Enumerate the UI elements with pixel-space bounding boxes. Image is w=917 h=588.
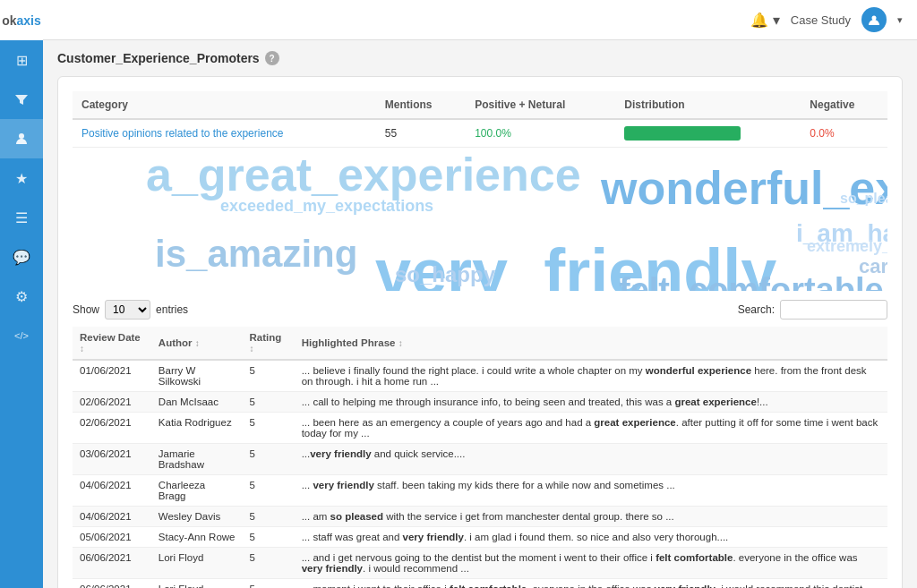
svg-point-0 [19, 133, 24, 139]
distribution-bar [624, 126, 741, 141]
table-row: 06/06/2021 Lori Floyd 5 ... and i get ne… [73, 548, 887, 579]
show-entries: Show 10 25 50 100 entries [73, 300, 188, 320]
cell-rating: 5 [242, 527, 294, 548]
star-icon[interactable]: ★ [0, 158, 43, 198]
wordcloud: a_great_experiencewonderful_experienceex… [73, 148, 887, 291]
col-distribution: Distribution [615, 91, 801, 119]
col-category: Category [73, 91, 376, 119]
category-table: Category Mentions Positive + Netural Dis… [73, 91, 887, 148]
cell-phrase: ... been here as an emergency a couple o… [295, 413, 887, 444]
cell-author: Stacy-Ann Rowe [151, 527, 243, 548]
col-author[interactable]: Author ↕ [151, 327, 243, 360]
cell-phrase: ... call to helping me through insurance… [295, 392, 887, 413]
cell-phrase: ... very friendly staff. been taking my … [295, 475, 887, 507]
cell-author: Lori Floyd [151, 579, 243, 589]
cell-phrase: ... am so pleased with the service i get… [295, 507, 887, 527]
cell-rating: 5 [242, 548, 294, 579]
table-row: 04/06/2021 Wesley Davis 5 ... am so plea… [73, 507, 887, 527]
code-icon[interactable]: </> [0, 316, 43, 355]
search-box: Search: [738, 300, 887, 320]
wordcloud-word: so_pleased [840, 191, 887, 207]
chat-icon[interactable]: 💬 [0, 237, 43, 277]
wordcloud-word: cares_about [859, 255, 887, 278]
svg-point-1 [872, 16, 877, 21]
cell-author: Wesley Davis [151, 507, 243, 527]
cell-author: Jamarie Bradshaw [151, 444, 243, 475]
cell-rating: 5 [242, 413, 294, 444]
table-controls: Show 10 25 50 100 entries Search: [73, 300, 887, 320]
show-label: Show [73, 303, 99, 316]
cell-rating: 5 [242, 360, 294, 392]
cell-phrase: ... moment i went to their office i felt… [295, 579, 887, 589]
cell-phrase: ...very friendly and quick service.... [295, 444, 887, 475]
table-row: 03/06/2021 Jamarie Bradshaw 5 ...very fr… [73, 444, 887, 475]
brand-logo: okaxis [0, 0, 43, 40]
table-row: 01/06/2021 Barry W Silkowski 5 ... belie… [73, 360, 887, 392]
cell-rating: 5 [242, 579, 294, 589]
cell-author: Lori Floyd [151, 548, 243, 579]
bell-icon[interactable]: 🔔 ▾ [750, 12, 779, 29]
table-row: 02/06/2021 Katia Rodriguez 5 ... been he… [73, 413, 887, 444]
mentions-value: 55 [376, 119, 466, 148]
col-positive: Positive + Netural [466, 91, 615, 119]
cell-date: 02/06/2021 [73, 413, 151, 444]
category-link[interactable]: Positive opinions related to the experie… [81, 127, 283, 140]
cell-author: Charleeza Bragg [151, 475, 243, 507]
col-negative: Negative [801, 91, 887, 119]
page-title: Customer_Experience_Promoters ? [57, 51, 903, 65]
cell-rating: 5 [242, 392, 294, 413]
topbar: 🔔 ▾ Case Study ▾ [43, 0, 917, 40]
list-icon[interactable]: ☰ [0, 198, 43, 237]
filter-icon[interactable] [0, 80, 43, 119]
cell-author: Dan McIsaac [151, 392, 243, 413]
cell-rating: 5 [242, 507, 294, 527]
col-review-date[interactable]: Review Date ↕ [73, 327, 151, 360]
dashboard-icon[interactable]: ⊞ [0, 40, 43, 80]
table-row: 05/06/2021 Stacy-Ann Rowe 5 ... staff wa… [73, 527, 887, 548]
wordcloud-word: extremely_pleased [807, 237, 887, 256]
avatar[interactable] [861, 7, 887, 32]
case-study-label: Case Study [791, 13, 851, 27]
search-input[interactable] [780, 300, 887, 320]
wordcloud-word: a_great_experience [146, 148, 581, 201]
wordcloud-word: is_amazing [155, 233, 357, 276]
user-icon[interactable] [0, 119, 43, 158]
cell-phrase: ... and i get nervous going to the denti… [295, 548, 887, 579]
cell-date: 06/06/2021 [73, 579, 151, 589]
cell-phrase: ... staff was great and very friendly. i… [295, 527, 887, 548]
entries-label: entries [156, 303, 188, 316]
table-row: 04/06/2021 Charleeza Bragg 5 ... very fr… [73, 475, 887, 507]
col-rating[interactable]: Rating ↕ [242, 327, 294, 360]
review-table: Review Date ↕ Author ↕ Rating ↕ Highligh… [73, 327, 887, 588]
info-icon[interactable]: ? [265, 51, 279, 65]
cell-phrase: ... believe i finally found the right pl… [295, 360, 887, 392]
wordcloud-word: felt_comfortable [619, 271, 884, 291]
page-area: Customer_Experience_Promoters ? Category… [43, 40, 917, 588]
search-label: Search: [738, 303, 775, 316]
avatar-dropdown-icon[interactable]: ▾ [897, 14, 903, 26]
cell-author: Barry W Silkowski [151, 360, 243, 392]
cell-rating: 5 [242, 444, 294, 475]
cell-date: 01/06/2021 [73, 360, 151, 392]
wordcloud-word: so_happy [395, 262, 495, 287]
main-content: 🔔 ▾ Case Study ▾ Customer_Experience_Pro… [43, 0, 917, 588]
cell-date: 02/06/2021 [73, 392, 151, 413]
distribution-bar-cell [615, 119, 801, 148]
cell-rating: 5 [242, 475, 294, 507]
main-card: Category Mentions Positive + Netural Dis… [57, 76, 903, 588]
settings-icon[interactable]: ⚙ [0, 277, 43, 316]
category-row: Positive opinions related to the experie… [73, 119, 887, 148]
cell-date: 04/06/2021 [73, 507, 151, 527]
table-row: 06/06/2021 Lori Floyd 5 ... moment i wen… [73, 579, 887, 589]
cell-date: 04/06/2021 [73, 475, 151, 507]
positive-value: 100.0% [466, 119, 615, 148]
negative-value: 0.0% [801, 119, 887, 148]
sidebar: okaxis ⊞ ★ ☰ 💬 ⚙ </> [0, 0, 43, 588]
col-highlighted[interactable]: Highlighted Phrase ↕ [295, 327, 887, 360]
cell-date: 06/06/2021 [73, 548, 151, 579]
entries-select[interactable]: 10 25 50 100 [105, 300, 150, 320]
table-row: 02/06/2021 Dan McIsaac 5 ... call to hel… [73, 392, 887, 413]
cell-date: 03/06/2021 [73, 444, 151, 475]
wordcloud-word: exceeded_my_expectations [220, 197, 433, 216]
cell-date: 05/06/2021 [73, 527, 151, 548]
